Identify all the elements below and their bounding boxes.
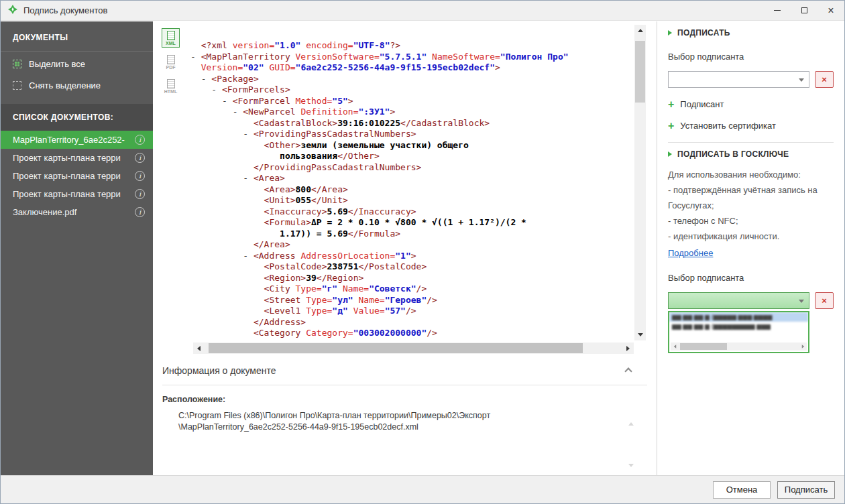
dropdown-scrollbar-thumb[interactable] <box>680 343 727 350</box>
xml-line: <Region>39</Region> <box>190 273 630 284</box>
info-icon[interactable]: i <box>135 171 145 181</box>
tab-pdf-label: PDF <box>166 65 176 70</box>
xml-line: <City Type="г" Name="Советск"/> <box>190 284 630 295</box>
document-label: Проект карты-плана терри <box>13 153 135 163</box>
scroll-down-arrow[interactable] <box>634 329 646 340</box>
document-info-section: Информация о документе Расположение: C:\… <box>162 357 647 475</box>
tab-pdf[interactable]: PDF <box>162 52 180 72</box>
info-icon[interactable]: i <box>135 135 145 145</box>
maximize-button[interactable] <box>791 1 818 20</box>
document-path-line2: \MapPlanTerritory_6ae2c252-5256-44a9-9f1… <box>178 422 647 433</box>
goskey-info-line: Для использования необходимо: <box>668 167 834 182</box>
minimize-icon <box>774 10 781 11</box>
tab-xml[interactable]: XML <box>162 28 180 48</box>
collapse-chevron-icon[interactable] <box>624 367 632 375</box>
arrow-up-icon <box>638 29 643 32</box>
xml-code: <?xml version="1.0" encoding="UTF-8"?>- … <box>190 40 630 343</box>
xml-line: </Area> <box>190 239 630 251</box>
install-certificate-label: Установить сертификат <box>680 121 776 131</box>
dropdown-item[interactable]: ▆▆ ▆▆ ▆▆ ▆ (▆▆▆▆▆▆▆▆▆ ▆▆▆ <box>669 322 808 331</box>
arrow-right-icon <box>626 346 630 351</box>
xml-file-icon <box>167 31 175 40</box>
goskey-info-line: - идентификация личности. <box>668 229 834 244</box>
tab-xml-label: XML <box>166 41 176 46</box>
list-item[interactable]: Проект карты-плана терриi <box>1 149 153 167</box>
tab-html[interactable]: HTML <box>162 76 180 96</box>
xml-line: - <Area> <box>190 173 630 184</box>
sidebar: ДОКУМЕНТЫ Выделить все Снять выделение С… <box>1 21 153 475</box>
window-controls: × <box>764 1 844 20</box>
minimize-button[interactable] <box>764 1 791 20</box>
cancel-button[interactable]: Отмена <box>713 481 771 499</box>
sign-section-header[interactable]: ПОДПИСАТЬ <box>668 28 834 38</box>
signer-combo-row: × <box>668 71 834 88</box>
add-signer-link[interactable]: + Подписант <box>668 99 834 109</box>
more-link[interactable]: Подробнее <box>668 248 713 258</box>
signer-label: Выбор подписанта <box>668 52 834 62</box>
goskey-info-line: Госуслугах; <box>668 198 834 213</box>
format-strip: XML PDF HTML <box>162 28 180 96</box>
add-signer-label: Подписант <box>680 99 724 109</box>
xml-line: <Unit>055</Unit> <box>190 195 630 206</box>
vertical-scrollbar[interactable] <box>634 25 646 340</box>
dropdown-scroll-left-arrow[interactable] <box>671 342 679 351</box>
goskey-info-line: - телефон с NFC; <box>668 213 834 229</box>
xml-line: <Other>земли (земельные участки) общего <box>190 140 630 151</box>
xml-line: - <Package> <box>190 74 630 85</box>
clear-signer-button[interactable]: × <box>815 71 834 88</box>
titlebar: Подпись документов × <box>1 1 844 21</box>
deselect-label: Снять выделение <box>29 80 101 90</box>
scroll-left-arrow[interactable] <box>193 342 205 354</box>
info-icon[interactable]: i <box>135 153 145 163</box>
xml-line: <Street Type="ул" Name="Героев"/> <box>190 295 630 306</box>
html-file-icon <box>167 79 175 88</box>
horizontal-scrollbar[interactable] <box>193 342 634 354</box>
select-all-button[interactable]: Выделить все <box>1 55 153 73</box>
info-icon[interactable]: i <box>135 207 145 217</box>
document-path-line1: C:\Program Files (x86)\Полигон Про\Карта… <box>178 410 647 422</box>
install-certificate-link[interactable]: + Установить сертификат <box>668 121 834 131</box>
sign-button[interactable]: Подписать <box>777 481 835 499</box>
signer-dropdown-list-items: ▆▆ ▆▆ ▆▆ ▆ (▆▆▆▆▆ ▆▆▆ ▆▆▆▆▆▆ ▆▆ ▆▆ ▆ (▆▆… <box>669 312 808 331</box>
dropdown-scroll-right-arrow[interactable] <box>799 342 807 351</box>
goskey-info-line: - подтверждённая учётная запись на <box>668 182 834 198</box>
chevron-down-icon <box>799 300 804 303</box>
signer-dropdown-list[interactable]: ▆▆ ▆▆ ▆▆ ▆ (▆▆▆▆▆ ▆▆▆ ▆▆▆▆▆▆ ▆▆ ▆▆ ▆ (▆▆… <box>668 311 809 353</box>
list-item[interactable]: Заключение.pdfi <box>1 203 153 221</box>
document-viewer: XML PDF HTML <?xml version="1.0" encodin… <box>153 21 657 475</box>
document-label: Проект карты-плана терри <box>13 189 135 199</box>
dropdown-item[interactable]: ▆▆ ▆▆ ▆▆ ▆ (▆▆▆▆▆ ▆▆▆ ▆▆▆▆ <box>669 312 808 322</box>
list-item[interactable]: Проект карты-плана терриi <box>1 185 153 203</box>
document-label: Заключение.pdf <box>13 207 135 217</box>
document-label: Проект карты-плана терри <box>13 171 135 181</box>
plus-icon: + <box>668 100 674 109</box>
list-item[interactable]: MapPlanTerritory_6ae2c252-i <box>1 131 153 149</box>
xml-line: пользования</Other> <box>190 151 630 162</box>
goskey-signer-combobox[interactable] <box>668 292 809 309</box>
arrow-down-icon <box>638 333 643 336</box>
clear-goskey-signer-button[interactable]: × <box>815 292 834 309</box>
document-info-header: Информация о документе <box>162 357 647 376</box>
signer-combobox[interactable] <box>668 71 809 88</box>
xml-line: <PostalCode>238751</PostalCode> <box>190 261 630 273</box>
dropdown-horizontal-scrollbar[interactable] <box>671 342 807 351</box>
arrow-right-icon <box>801 344 804 349</box>
deselect-button[interactable]: Снять выделение <box>1 76 153 94</box>
xml-line: </ProvidingPassCadastralNumbers> <box>190 162 630 174</box>
list-item[interactable]: Проект карты-плана терриi <box>1 167 153 185</box>
goskey-section-header[interactable]: ПОДПИСАТЬ В ГОСКЛЮЧЕ <box>668 149 834 159</box>
vertical-scrollbar-thumb[interactable] <box>635 41 645 103</box>
horizontal-scrollbar-thumb[interactable] <box>209 343 583 353</box>
scroll-right-arrow[interactable] <box>622 342 634 354</box>
close-button[interactable]: × <box>818 1 844 20</box>
xml-line: - <NewParcel Definition=":ЗУ1"> <box>190 107 630 118</box>
document-list: MapPlanTerritory_6ae2c252-iПроект карты-… <box>1 131 153 221</box>
scroll-up-arrow[interactable] <box>634 25 646 36</box>
info-icon[interactable]: i <box>135 189 145 199</box>
divider <box>1 51 153 52</box>
xml-line: - <MapPlanTerritory VersionSoftware="5.7… <box>190 52 630 63</box>
tab-html-label: HTML <box>164 89 177 94</box>
maximize-icon <box>801 7 807 13</box>
arrow-left-icon <box>197 346 201 351</box>
xml-line: - <FormParcel Method="5"> <box>190 96 630 107</box>
